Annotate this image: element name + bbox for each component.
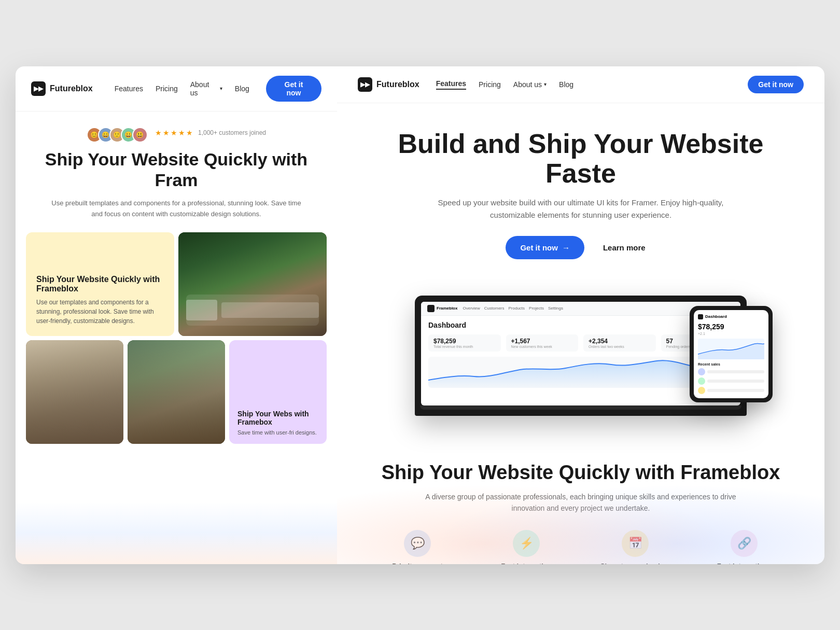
metric-3-value: +2,354 [589, 338, 651, 345]
yellow-card-title: Ship Your Website Quickly with Frameblox [36, 275, 164, 293]
features-row: 💬 Priority support Explore our prices an… [368, 530, 793, 564]
feature-name-support: Priority support [392, 562, 443, 564]
laptop-base [420, 405, 741, 410]
metric-1-value: $78,259 [433, 338, 496, 345]
right-second-title: Ship Your Website Quickly with Frameblox [368, 461, 793, 484]
right-panel: ▶▶ Futureblox Features Pricing About us … [337, 66, 824, 564]
feature-icon-calendar: 📅 [622, 530, 649, 557]
left-nav-features[interactable]: Features [115, 85, 143, 93]
feature-name-integration: Fast integration [501, 562, 552, 564]
phone-avatar-3 [698, 387, 705, 394]
metric-3-label: Orders last two weeks [589, 345, 651, 348]
right-hero: Build and Ship Your Website Faste Speed … [337, 103, 824, 296]
left-hero: 😊 😄 🙂 😀 😃 ★★★★★ 1,000+ customers joined … [16, 111, 337, 220]
phone-sale-row-3 [698, 387, 764, 394]
right-nav-about[interactable]: About us ▾ [513, 80, 547, 89]
customer-avatars: 😊 😄 🙂 😀 😃 ★★★★★ 1,000+ customers joined [36, 127, 316, 143]
phone-logo-icon [698, 314, 703, 319]
feature-calendars: 📅 Share team calendars Explore our price… [589, 530, 682, 564]
right-hero-title: Build and Ship Your Website Faste [368, 129, 793, 188]
phone-sale-bar-1 [707, 370, 764, 373]
phone-sale-row-1 [698, 368, 764, 375]
right-nav-links: Features Pricing About us ▾ Blog [436, 79, 573, 90]
phone-header: Dashboard [698, 314, 764, 319]
library-image [26, 340, 123, 444]
phone-chart [698, 339, 764, 359]
right-logo: ▶▶ Futureblox [358, 77, 419, 92]
metric-1-label: Total revenue this month [433, 345, 496, 348]
right-nav-pricing[interactable]: Pricing [479, 80, 501, 89]
feature-fast-integrations: 🔗 Fast integrations Explore our pri... o… [697, 530, 791, 564]
phone-recent-sales: Recent sales [698, 362, 764, 366]
left-nav-pricing[interactable]: Pricing [156, 85, 178, 93]
feature-icon-integration: ⚡ [513, 530, 540, 557]
left-nav-cta[interactable]: Get it now [266, 76, 321, 102]
phone-avatar-2 [698, 377, 705, 385]
dashboard-title: Dashboard [428, 321, 733, 329]
metric-2-value: +1,567 [511, 338, 573, 345]
phone-avatar-1 [698, 368, 705, 375]
feature-name-fast-int: Fast integrations [717, 562, 772, 564]
customers-count: 1,000+ customers joined [198, 129, 266, 136]
yellow-card-desc: Use our templates and components for a s… [36, 298, 164, 326]
metrics-row: $78,259 Total revenue this month +1,567 … [428, 334, 733, 352]
left-hero-title: Ship Your Website Quickly with Fram [36, 149, 316, 191]
purple-card-desc: Save time with user-fri designs. [237, 429, 318, 436]
right-nav-cta[interactable]: Get it now [748, 76, 804, 93]
chart-area [428, 357, 733, 388]
left-nav-blog[interactable]: Blog [235, 85, 249, 93]
right-hero-desc: Speed up your website build with our ult… [425, 197, 736, 221]
metric-1: $78,259 Total revenue this month [428, 334, 501, 352]
left-nav: ▶▶ Futureblox Features Pricing About us … [16, 66, 337, 111]
metric-2-label: New customers this week [511, 345, 573, 348]
right-logo-icon: ▶▶ [358, 77, 372, 92]
metric-3: +2,354 Orders last two weeks [583, 334, 656, 352]
right-nav-blog[interactable]: Blog [559, 80, 573, 89]
left-nav-about[interactable]: About us ▾ [190, 80, 222, 97]
stars: ★★★★★ [155, 129, 194, 137]
left-hero-desc: Use prebuilt templates and components fo… [47, 198, 306, 220]
phone-mockup: Dashboard $78,259 +2.1 Recent sales [690, 306, 773, 402]
right-nav-features[interactable]: Features [436, 79, 466, 90]
yellow-card: Ship Your Website Quickly with Frameblox… [26, 232, 174, 336]
left-gradient [16, 502, 337, 564]
avatar-5: 😃 [132, 127, 148, 143]
phone-metric: $78,259 [698, 323, 764, 331]
screenshots-container: ▶▶ Futureblox Features Pricing About us … [16, 66, 824, 564]
grid-bottom-row: Ship Your Webs with Framebox Save time w… [26, 340, 327, 444]
metric-2: +1,567 New customers this week [506, 334, 579, 352]
right-nav: ▶▶ Futureblox Features Pricing About us … [337, 66, 824, 103]
feature-name-calendar: Share team calendars [600, 562, 670, 564]
phone-screen: Dashboard $78,259 +2.1 Recent sales [694, 310, 768, 398]
right-cta-learn-more[interactable]: Learn more [593, 236, 656, 259]
stars-row: ★★★★★ 1,000+ customers joined [155, 129, 266, 137]
feature-priority-support: 💬 Priority support Explore our prices an… [371, 530, 464, 564]
phone-sale-bar-3 [707, 389, 764, 392]
phone-sale-row-2 [698, 377, 764, 385]
phone-sale-bar-2 [707, 380, 764, 383]
phone-title: Dashboard [705, 314, 727, 319]
right-hero-btns: Get it now → Learn more [368, 236, 793, 259]
right-second-desc: A diverse group of passionate profession… [425, 491, 736, 514]
feature-fast-integration: ⚡ Fast integration Explore our prices an… [480, 530, 573, 564]
purple-card-title: Ship Your Webs with Framebox [237, 410, 318, 426]
purple-card: Ship Your Webs with Framebox Save time w… [229, 340, 327, 444]
coworking-image [128, 340, 225, 444]
dash-logo: Frameblox [427, 305, 457, 312]
dashboard-mockup: Frameblox Overview Customers Products Pr… [337, 296, 824, 441]
left-nav-links: Features Pricing About us ▾ Blog [115, 80, 249, 97]
feature-icon-support: 💬 [404, 530, 431, 557]
left-logo: ▶▶ Futureblox [31, 81, 93, 96]
dash-nav-items: Overview Customers Products Projects Set… [463, 306, 563, 311]
left-logo-icon: ▶▶ [31, 81, 46, 96]
left-grid: Ship Your Website Quickly with Frameblox… [16, 232, 337, 454]
phone-sub: +2.1 [698, 332, 764, 335]
right-second-section: Ship Your Website Quickly with Frameblox… [337, 441, 824, 564]
feature-icon-fast-int: 🔗 [731, 530, 758, 557]
right-cta-primary[interactable]: Get it now → [506, 236, 584, 259]
office-plants-image [178, 232, 327, 336]
left-panel: ▶▶ Futureblox Features Pricing About us … [16, 66, 337, 564]
